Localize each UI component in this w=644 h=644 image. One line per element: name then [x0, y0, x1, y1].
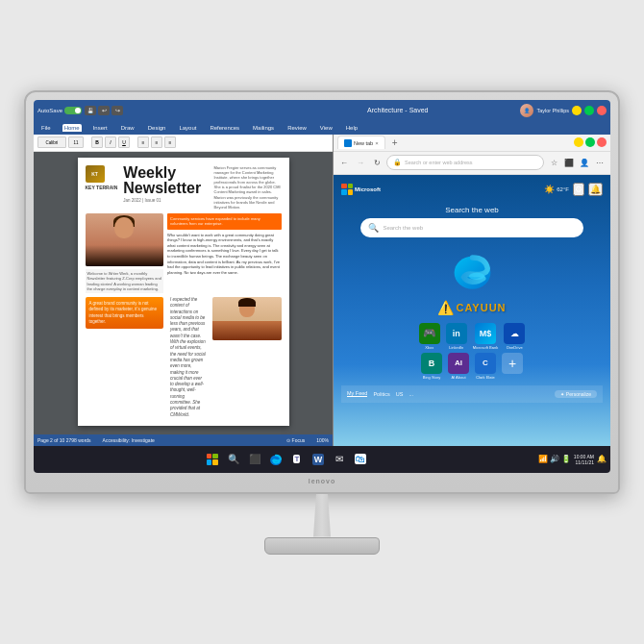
collections-icon[interactable]: ⬛	[562, 156, 576, 169]
onedrive-app-icon[interactable]: ☁ OneDrive	[504, 323, 525, 350]
edge-browser: New tab × + ←	[334, 135, 610, 446]
align-left[interactable]: ≡	[137, 136, 149, 148]
xbox-app-icon[interactable]: 🎮 Xbox	[419, 323, 440, 350]
msedge-app-icon[interactable]: M$ Microsoft Bank	[473, 323, 498, 350]
edge-taskbar-icon[interactable]	[266, 450, 285, 469]
orange-promo-text: A great brand community is not defined b…	[89, 301, 161, 325]
edge-close[interactable]	[597, 137, 607, 147]
tab-view[interactable]: View	[318, 124, 334, 132]
edge-settings-icon[interactable]: ⋯	[593, 156, 607, 169]
edge-nav-bar: ← → ↻ 🔒 Search or enter web address ☆ ⬛ …	[334, 152, 610, 175]
add-app-icon[interactable]: +	[502, 353, 523, 380]
word-file-title: Architecture - Saved	[279, 107, 516, 113]
quick-access-toolbar: 💾 ↩ ↪	[85, 106, 123, 115]
ai-app-icon[interactable]: AI AI About	[448, 353, 469, 380]
font-size[interactable]: 11	[68, 136, 84, 148]
taskbar-systray: 📶 🔊 🔋 10:00 AM 11/11/21 🔔	[538, 454, 607, 465]
notifications-icon[interactable]: 🔔	[597, 455, 607, 463]
align-right[interactable]: ≡	[164, 136, 176, 148]
quote-text: I expected the content of interactions o…	[170, 297, 206, 418]
redo-button[interactable]: ↪	[111, 106, 123, 115]
notification-icon[interactable]: 🔔	[588, 183, 603, 196]
profile-icon[interactable]: 👤	[578, 156, 591, 169]
tab-insert[interactable]: Insert	[91, 124, 110, 132]
personalize-button[interactable]: ✦ Personalize	[555, 390, 597, 398]
tab-draw[interactable]: Draw	[119, 124, 136, 132]
search-box[interactable]: 🔍 Search the web	[360, 218, 582, 237]
cortana-app-icon[interactable]: C Clark Elate	[475, 353, 496, 380]
italic-button[interactable]: I	[105, 136, 116, 148]
tab-review[interactable]: Review	[285, 124, 309, 132]
forward-button[interactable]: →	[354, 156, 367, 169]
tab-help[interactable]: Help	[344, 124, 359, 132]
weather-temp: 62°F	[557, 186, 569, 192]
store-taskbar-icon[interactable]: 🛍	[351, 450, 370, 469]
maximize-button[interactable]	[584, 106, 594, 115]
volume-icon[interactable]: 🔊	[550, 455, 559, 463]
tab-home[interactable]: Home	[62, 124, 82, 132]
battery-icon[interactable]: 🔋	[561, 455, 571, 463]
close-button[interactable]	[597, 106, 607, 115]
refresh-button[interactable]: ↻	[370, 156, 384, 169]
edge-tab-newtab[interactable]: New tab ×	[337, 136, 385, 149]
edge-new-tab-content: Microsoft ☀️ 62°F ⚙ 🔔	[334, 175, 610, 446]
newsletter-meta: Jan 2022 | Issue 01	[123, 198, 208, 203]
weather-widget[interactable]: ☀️ 62°F	[544, 185, 569, 194]
word-scroll-area[interactable]: KT KEY TERRAIN Weekly Newsletter Jan 202…	[34, 152, 333, 434]
article-text: Who wouldn't want to work with a great c…	[167, 233, 281, 276]
svg-point-1	[468, 272, 483, 279]
edge-maximize[interactable]	[585, 137, 595, 147]
word-title-bar: AutoSave 💾 ↩ ↪ Architecture - Saved	[34, 100, 610, 121]
stand-neck	[308, 494, 336, 537]
word-taskbar-icon[interactable]: W	[309, 450, 328, 469]
close-tab-icon[interactable]: ×	[375, 140, 379, 146]
monitor-stand	[264, 494, 380, 555]
back-button[interactable]: ←	[337, 156, 351, 169]
task-view-button[interactable]: ⬛	[245, 450, 264, 469]
font-selector[interactable]: Calibri	[37, 136, 66, 148]
myfeed-tab[interactable]: My Feed	[347, 390, 367, 397]
system-clock[interactable]: 10:00 AM 11/11/21	[574, 454, 594, 465]
layout-settings-icon[interactable]: ⚙	[573, 183, 584, 196]
tab-references[interactable]: References	[208, 124, 241, 132]
bingstory-app-icon[interactable]: B Bing Story	[421, 353, 442, 380]
autosave-toggle[interactable]	[64, 107, 82, 114]
tab-file[interactable]: File	[39, 124, 53, 132]
tab-mailings[interactable]: Mailings	[251, 124, 276, 132]
more-tab[interactable]: ...	[409, 391, 413, 397]
search-area: Search the web 🔍 Search the web	[341, 202, 603, 241]
tab-layout[interactable]: Layout	[177, 124, 198, 132]
align-center[interactable]: ≡	[151, 136, 162, 148]
us-tab[interactable]: US	[396, 391, 404, 397]
politics-tab[interactable]: Politics	[373, 391, 389, 397]
edge-title-bar: New tab × +	[334, 135, 610, 152]
search-taskbar-button[interactable]: 🔍	[224, 450, 243, 469]
favorites-icon[interactable]: ☆	[547, 156, 560, 169]
monitor-brand-logo: lenovo	[309, 478, 336, 484]
edge-minimize[interactable]	[574, 137, 583, 147]
user-avatar: 👤	[520, 104, 533, 117]
bold-button[interactable]: B	[91, 136, 103, 148]
add-tab-button[interactable]: +	[388, 136, 402, 149]
monitor: AutoSave 💾 ↩ ↪ Architecture - Saved	[24, 0, 620, 644]
teams-taskbar-icon[interactable]: T	[287, 450, 307, 469]
linkedin-app-icon[interactable]: in LinkedIn	[446, 323, 467, 350]
monitor-shell: AutoSave 💾 ↩ ↪ Architecture - Saved	[24, 90, 620, 494]
search-placeholder: Search the web	[383, 225, 423, 231]
undo-button[interactable]: ↩	[98, 106, 110, 115]
network-icon[interactable]: 📶	[538, 455, 548, 463]
save-button[interactable]: 💾	[85, 106, 96, 115]
tab-design[interactable]: Design	[146, 124, 168, 132]
underline-button[interactable]: U	[118, 136, 130, 148]
ribbon-tabs: File Home Insert Draw Design Layout Refe…	[34, 121, 610, 135]
microsoft-label: Microsoft	[355, 186, 381, 192]
windows-start-button[interactable]	[203, 450, 222, 469]
address-bar[interactable]: 🔒 Search or enter web address	[386, 155, 544, 170]
mail-taskbar-icon[interactable]: ✉	[330, 450, 349, 469]
minimize-button[interactable]	[572, 106, 582, 115]
newsletter-title: Weekly Newsletter	[123, 165, 208, 196]
edge-logo-svg	[451, 249, 494, 292]
intro-text-short: Marion Fregier serves as community manag…	[214, 165, 281, 211]
brand-name: KEY TERRAIN	[86, 185, 118, 190]
person-photo	[86, 213, 164, 266]
